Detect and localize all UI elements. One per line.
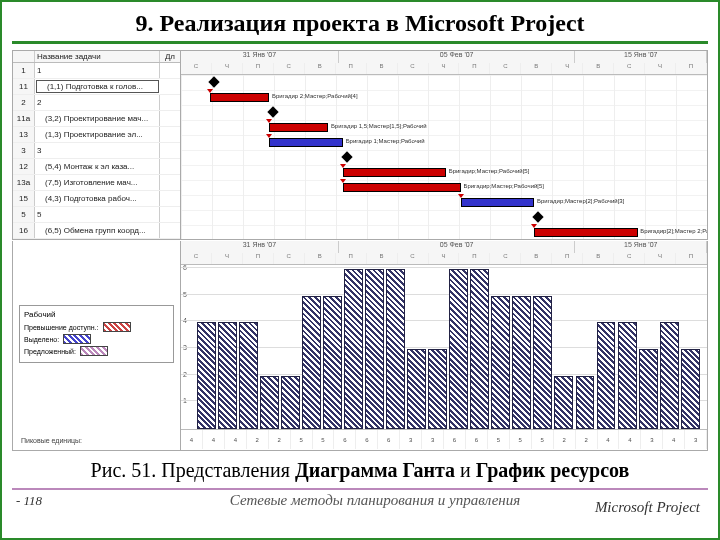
footer-product: Microsoft Project (595, 499, 704, 516)
day-cell: С (181, 63, 212, 75)
resource-bar (681, 349, 700, 429)
slide-frame: 9. Реализация проекта в Microsoft Projec… (0, 0, 720, 540)
task-name: (3,2) Проектирование мач... (35, 111, 160, 126)
table-row[interactable]: 16(6,5) Обмена групп коорд... (13, 223, 180, 239)
day-cell: В (305, 253, 336, 265)
peak-value-cell: 3 (685, 430, 707, 449)
milestone-icon (268, 106, 279, 117)
day-cell: Ч (429, 253, 460, 265)
table-row[interactable]: 13(1,3) Проектирование эл... (13, 127, 180, 143)
resource-bar (302, 296, 321, 429)
month-cell: 15 Янв '07 (575, 51, 707, 63)
proposed-swatch (80, 346, 108, 356)
gantt-bar[interactable] (343, 168, 446, 177)
resource-bar (365, 269, 384, 429)
resource-bar (597, 322, 616, 429)
day-cell: Ч (645, 253, 676, 265)
peak-value-cell: 2 (247, 430, 269, 449)
row-id: 1 (13, 63, 35, 78)
gantt-chart-canvas: 31 Янв '0705 Фев '0715 Янв '07 СЧПСВПВСЧ… (181, 51, 707, 239)
day-cell: В (521, 63, 552, 75)
day-cell: П (459, 253, 490, 265)
row-id: 3 (13, 143, 35, 158)
table-row[interactable]: 55 (13, 207, 180, 223)
task-dur (160, 143, 180, 158)
resource-graph-view: Рабочий Превышение доступн.: Выделено: П… (12, 241, 708, 451)
figure-caption: Рис. 51. Представления Диаграмма Ганта и… (12, 459, 708, 482)
peak-value-cell: 4 (225, 430, 247, 449)
resource-legend: Рабочий Превышение доступн.: Выделено: П… (19, 305, 174, 363)
row-id: 12 (13, 159, 35, 174)
resource-bar (239, 322, 258, 429)
overalloc-swatch (103, 322, 131, 332)
task-dur (160, 207, 180, 222)
peak-value-cell: 2 (554, 430, 576, 449)
bar-label: Бригадир 2;Мастер;Рабочий[4] (272, 93, 358, 99)
day-cell: П (459, 63, 490, 75)
resource-timescale: 31 Янв '0705 Фев '0715 Янв '07 СЧПСВПВСЧ… (181, 241, 707, 265)
table-row[interactable]: 11 (13, 63, 180, 79)
caption-gantt: Диаграмма Ганта (295, 459, 455, 481)
project-screenshot: Название задачи Дл 1111(1,1) Подготовка … (12, 50, 708, 451)
resource-bar (533, 296, 552, 429)
gantt-bar[interactable] (210, 93, 269, 102)
day-cell: Ч (429, 63, 460, 75)
milestone-icon (341, 151, 352, 162)
month-cell: 15 Янв '07 (575, 241, 707, 253)
bar-label: Бригадир 1;Мастер;Рабочий (346, 138, 425, 144)
day-cell: П (243, 63, 274, 75)
peak-units-label: Пиковые единицы: (21, 437, 82, 444)
title-underline (12, 41, 708, 44)
peak-value-cell: 6 (466, 430, 488, 449)
table-row[interactable]: 11a(3,2) Проектирование мач... (13, 111, 180, 127)
gantt-task-table: Название задачи Дл 1111(1,1) Подготовка … (13, 51, 181, 239)
bar-label: Бригадир 1,5;Мастер[1,5];Рабочий (331, 123, 427, 129)
task-name: (7,5) Изготовление мач... (35, 175, 160, 190)
peak-value-cell: 6 (378, 430, 400, 449)
task-dur (160, 95, 180, 110)
peak-value-cell: 3 (422, 430, 444, 449)
day-cell: В (367, 63, 398, 75)
legend-alloc-label: Выделено: (24, 336, 59, 343)
table-row[interactable]: 33 (13, 143, 180, 159)
bar-label: Бригадир;Мастер[2];Рабочий[3] (537, 198, 624, 204)
peak-value-cell: 6 (334, 430, 356, 449)
table-row[interactable]: 15(4,3) Подготовка рабоч... (13, 191, 180, 207)
resource-bar (660, 322, 679, 429)
row-id: 13a (13, 175, 35, 190)
peak-value-cell: 5 (532, 430, 554, 449)
table-row[interactable]: 13a(7,5) Изготовление мач... (13, 175, 180, 191)
caption-resource: График ресурсов (476, 459, 630, 481)
table-row[interactable]: 11(1,1) Подготовка к голов... (13, 79, 180, 95)
bar-label: Бригадир[2];Мастер 2;Рабочий 2 (640, 228, 707, 234)
gantt-bar[interactable] (534, 228, 637, 237)
resource-bar (407, 349, 426, 429)
gantt-timescale: 31 Янв '0705 Фев '0715 Янв '07 СЧПСВПВСЧ… (181, 51, 707, 75)
table-row[interactable]: 12(5,4) Монтаж к эл каза... (13, 159, 180, 175)
day-cell: Ч (552, 63, 583, 75)
resource-name: Рабочий (24, 310, 169, 319)
task-dur (160, 63, 180, 78)
table-row[interactable]: 22 (13, 95, 180, 111)
gantt-bar[interactable] (269, 138, 343, 147)
col-id (13, 51, 35, 62)
task-dur (160, 79, 180, 94)
day-cell: Ч (212, 253, 243, 265)
gantt-bar[interactable] (461, 198, 535, 207)
task-dur (160, 127, 180, 142)
day-cell: С (181, 253, 212, 265)
day-cell: П (676, 253, 707, 265)
task-dur (160, 159, 180, 174)
day-cell: П (336, 63, 367, 75)
bar-label: Бригадир;Мастер;Рабочий[5] (463, 183, 544, 189)
task-dur (160, 175, 180, 190)
gantt-bar[interactable] (343, 183, 461, 192)
day-cell: Ч (212, 63, 243, 75)
day-cell: С (274, 253, 305, 265)
resource-bar (512, 296, 531, 429)
legend-proposed: Предложенный: (24, 346, 169, 356)
dependency-arrow-icon (266, 134, 272, 138)
peak-value-cell: 5 (488, 430, 510, 449)
gantt-bar[interactable] (269, 123, 328, 132)
resource-bar (428, 349, 447, 429)
